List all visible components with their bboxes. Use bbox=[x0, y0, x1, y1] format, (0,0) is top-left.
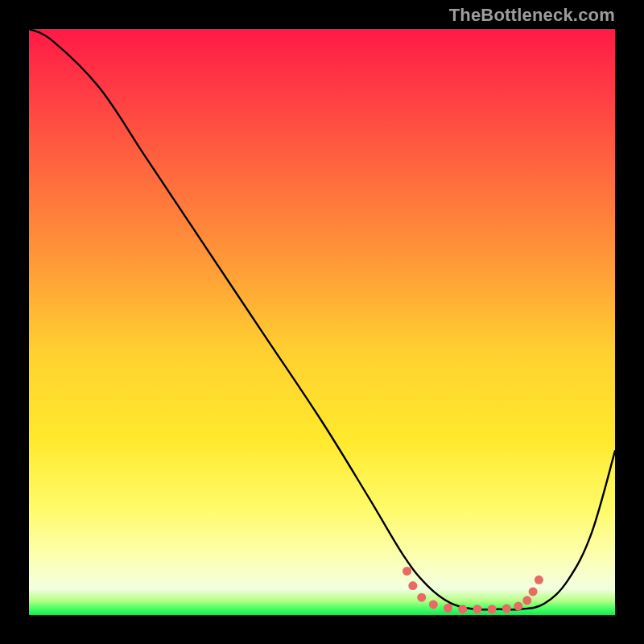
plot-area bbox=[29, 29, 615, 615]
marker-dot bbox=[522, 596, 531, 605]
chart-svg bbox=[29, 29, 615, 615]
chart-frame: TheBottleneck.com bbox=[0, 0, 644, 644]
marker-dot bbox=[429, 600, 438, 609]
marker-dot bbox=[473, 605, 481, 613]
marker-dot bbox=[488, 605, 497, 613]
chart-background bbox=[29, 29, 615, 615]
marker-dot bbox=[514, 602, 522, 611]
watermark-text: TheBottleneck.com bbox=[449, 5, 615, 26]
marker-dot bbox=[408, 581, 417, 590]
marker-dot bbox=[502, 604, 511, 613]
marker-dot bbox=[444, 604, 452, 613]
marker-dot bbox=[529, 587, 538, 596]
marker-dot bbox=[417, 593, 426, 602]
marker-dot bbox=[402, 567, 411, 576]
marker-dot bbox=[458, 605, 467, 613]
marker-dot bbox=[535, 576, 543, 584]
